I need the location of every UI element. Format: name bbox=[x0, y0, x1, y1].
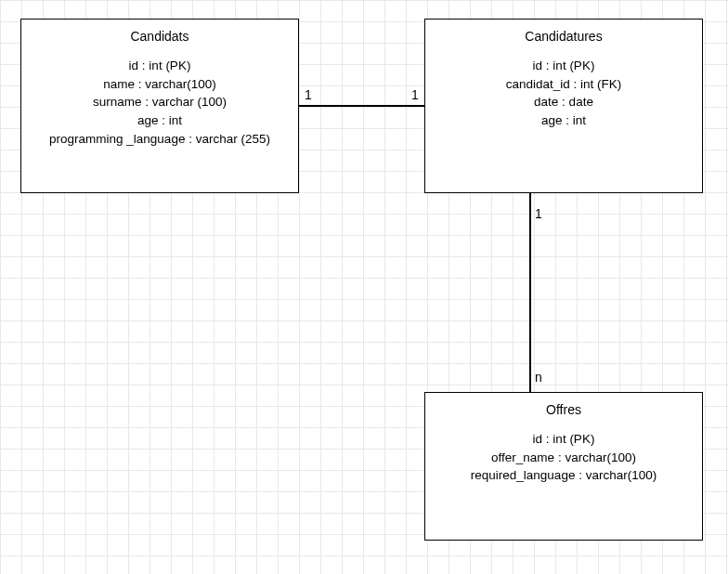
entity-candidats: Candidats id : int (PK) name : varchar(1… bbox=[20, 19, 299, 193]
entity-candidatures: Candidatures id : int (PK) candidat_id :… bbox=[424, 19, 703, 193]
cardinality-label: n bbox=[535, 370, 542, 385]
entity-title: Candidats bbox=[25, 27, 294, 46]
cardinality-label: 1 bbox=[305, 87, 312, 102]
entity-attr: id : int (PK) bbox=[25, 57, 294, 75]
entity-title: Candidatures bbox=[429, 27, 698, 46]
entity-attr: programming _language : varchar (255) bbox=[25, 130, 294, 149]
connector-candidats-candidatures bbox=[299, 105, 424, 107]
entity-attr: surname : varchar (100) bbox=[25, 93, 294, 111]
entity-attr: candidat_id : int (FK) bbox=[429, 75, 698, 94]
entity-attr: age : int bbox=[429, 111, 698, 130]
entity-attr: id : int (PK) bbox=[429, 430, 698, 449]
entity-offres: Offres id : int (PK) offer_name : varcha… bbox=[424, 392, 703, 541]
entity-attr: age : int bbox=[25, 111, 294, 130]
cardinality-label: 1 bbox=[411, 87, 419, 102]
entity-attr: offer_name : varchar(100) bbox=[429, 449, 698, 467]
entity-attr: required_language : varchar(100) bbox=[429, 466, 698, 485]
entity-title: Offres bbox=[429, 400, 698, 419]
cardinality-label: 1 bbox=[535, 206, 542, 221]
entity-attr: id : int (PK) bbox=[429, 57, 698, 75]
entity-attr: name : varchar(100) bbox=[25, 75, 294, 94]
connector-candidatures-offres bbox=[529, 193, 531, 392]
entity-attr: date : date bbox=[429, 93, 698, 111]
